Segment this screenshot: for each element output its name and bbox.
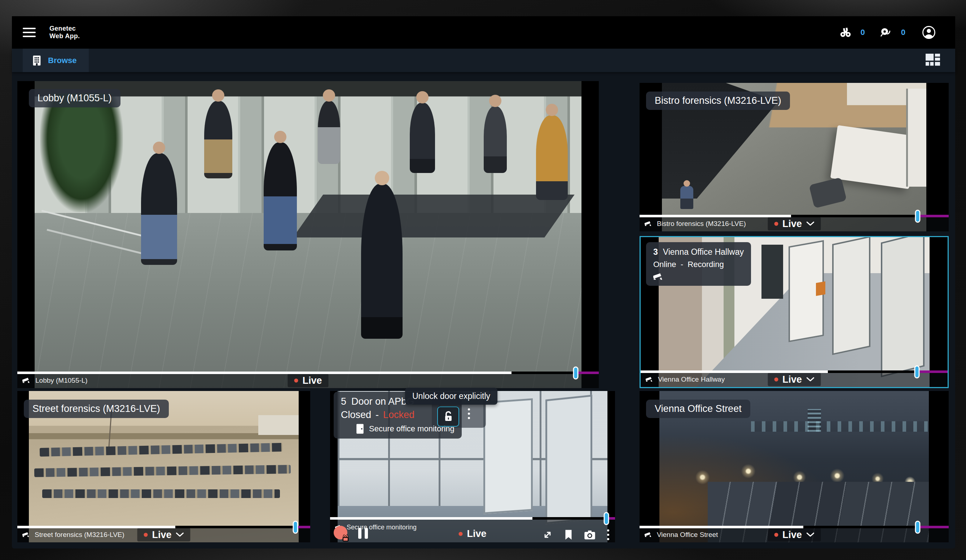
tile-layout-pattern-button[interactable] xyxy=(926,54,940,66)
live-mode-dropdown[interactable]: Live xyxy=(767,528,821,542)
cctv-camera-icon xyxy=(653,273,664,281)
monitor-background: Genetec Web App. 0 0 Browse xyxy=(0,0,966,560)
camera-label: Street forensics (M3216-LVE) xyxy=(24,400,169,418)
door-state-separator: - xyxy=(376,409,379,421)
live-dot-icon xyxy=(774,378,778,382)
person-figure xyxy=(680,186,693,209)
tile-footer: Secure office monitoring Live xyxy=(330,518,615,542)
footer-camera-name: Bistro forensics (M3216-LVE) xyxy=(645,220,746,228)
tile-footer: Bistro forensics (M3216-LVE) Live xyxy=(639,216,949,231)
person-figure xyxy=(361,184,402,339)
floor-mat-decor xyxy=(293,195,575,237)
camera-tile-bistro-forensics[interactable]: Bistro forensics (M3216-LVE) Bistro fore… xyxy=(639,83,949,231)
chair-decor xyxy=(809,177,847,208)
timeline-scrubber-handle[interactable] xyxy=(604,512,609,525)
timeline-recorded-segment xyxy=(17,526,175,528)
forensic-search-icon[interactable] xyxy=(840,28,851,38)
person-figure xyxy=(318,101,340,164)
tab-browse[interactable]: Browse xyxy=(23,49,89,72)
footer-camera-name: Lobby (M1055-L) xyxy=(22,377,88,385)
camera-tile-vienna-office-street[interactable]: Vienna Office Street Vienna Office Stree… xyxy=(639,391,949,542)
pause-button[interactable] xyxy=(358,528,368,539)
timeline-recorded-segment xyxy=(639,526,803,528)
playback-controls: Live xyxy=(330,527,615,541)
live-label: Live xyxy=(152,529,171,540)
live-dot-icon xyxy=(144,533,148,537)
person-figure xyxy=(484,106,507,173)
live-label: Live xyxy=(782,529,802,540)
live-mode-dropdown[interactable]: Live xyxy=(767,373,821,386)
forensic-search-count: 0 xyxy=(861,28,865,37)
camera-info-overlay: 3 Vienna Office Hallway Online - Recordi… xyxy=(646,242,751,286)
camera-tile-lobby[interactable]: Lobby (M1055-L) Lobby (M1055-L) Live xyxy=(17,81,599,388)
live-mode-dropdown[interactable]: Live xyxy=(137,528,190,542)
cctv-camera-icon xyxy=(22,532,30,538)
person-figure xyxy=(410,103,435,173)
more-options-button[interactable] xyxy=(607,529,609,540)
camera-tile-street-forensics[interactable]: Street forensics (M3216-LVE) Street fore… xyxy=(17,391,310,542)
timeline[interactable] xyxy=(639,215,949,217)
live-label: Live xyxy=(782,218,802,229)
timeline-recorded-segment xyxy=(641,370,828,373)
chevron-down-icon xyxy=(806,222,814,226)
genetec-web-app-window: Genetec Web App. 0 0 Browse xyxy=(12,16,955,549)
live-dot-icon xyxy=(294,379,298,383)
account-icon[interactable] xyxy=(922,26,936,39)
alarm-count: 0 xyxy=(901,28,905,37)
live-mode-dropdown[interactable]: Live xyxy=(767,217,821,231)
door-icon xyxy=(356,423,364,434)
camera-tile-vienna-office-hallway-selected[interactable]: 3 Vienna Office Hallway Online - Recordi… xyxy=(639,236,949,388)
app-logo: Genetec Web App. xyxy=(49,25,80,40)
hamburger-menu-button[interactable] xyxy=(23,28,36,37)
footer-camera-name-text: Vienna Office Street xyxy=(657,531,718,539)
door-state: Closed xyxy=(341,409,371,421)
door-tile-secure-office[interactable]: 5 Door on APbG Closed - Locked Secure of… xyxy=(330,391,615,542)
person-figure xyxy=(264,142,297,251)
camera-label: Lobby (M1055-L) xyxy=(29,89,120,107)
timeline-scrubber-handle[interactable] xyxy=(915,521,920,534)
tab-bar: Browse xyxy=(12,49,955,72)
unlock-tooltip: Unlock door explicitly xyxy=(405,388,498,405)
timeline-future-segment xyxy=(918,215,949,217)
expand-fullscreen-button[interactable] xyxy=(542,529,553,540)
tile-footer: Vienna Office Street Live xyxy=(639,527,949,542)
cctv-camera-icon xyxy=(646,377,654,382)
timeline-future-segment xyxy=(917,370,948,373)
snapshot-camera-button[interactable] xyxy=(584,530,596,540)
timeline-scrubber-handle[interactable] xyxy=(573,367,578,380)
plant-decor xyxy=(40,93,123,212)
timeline[interactable] xyxy=(17,372,599,374)
lobby-scene xyxy=(34,81,582,388)
door-more-options-button[interactable] xyxy=(468,408,470,419)
footer-camera-name-text: Vienna Office Hallway xyxy=(658,375,724,383)
footer-camera-name-text: Lobby (M1055-L) xyxy=(35,377,88,385)
cctv-camera-icon xyxy=(645,221,652,227)
timeline-future-segment xyxy=(576,372,599,374)
footer-camera-name-text: Bistro forensics (M3216-LVE) xyxy=(657,220,746,228)
live-label: Live xyxy=(782,374,802,385)
timeline[interactable] xyxy=(639,526,949,528)
timeline-scrubber-handle[interactable] xyxy=(293,521,298,534)
timeline[interactable] xyxy=(330,517,615,520)
building-decor xyxy=(258,415,299,435)
live-indicator[interactable]: Live xyxy=(458,528,486,539)
table-decor xyxy=(830,125,916,189)
poster-decor xyxy=(816,282,825,296)
door-decor xyxy=(832,237,871,355)
timeline-scrubber-handle[interactable] xyxy=(915,210,920,223)
timeline[interactable] xyxy=(17,526,310,528)
live-dot-icon xyxy=(774,533,778,537)
privacy-lock-indicator-icon[interactable] xyxy=(334,526,349,541)
live-label: Live xyxy=(302,375,322,386)
timeline-scrubber-handle[interactable] xyxy=(914,365,920,378)
timeline[interactable] xyxy=(641,370,948,373)
unlock-door-button[interactable] xyxy=(437,406,459,427)
lit-buildings-decor xyxy=(751,421,929,432)
bookmark-button[interactable] xyxy=(565,529,572,540)
parked-cars-row xyxy=(42,490,279,498)
alarm-bell-icon[interactable] xyxy=(879,27,892,38)
camera-label: Bistro forensics (M3216-LVE) xyxy=(646,92,790,110)
footer-camera-name: Vienna Office Hallway xyxy=(646,375,724,383)
live-indicator[interactable]: Live xyxy=(288,374,328,387)
live-label: Live xyxy=(467,528,486,539)
